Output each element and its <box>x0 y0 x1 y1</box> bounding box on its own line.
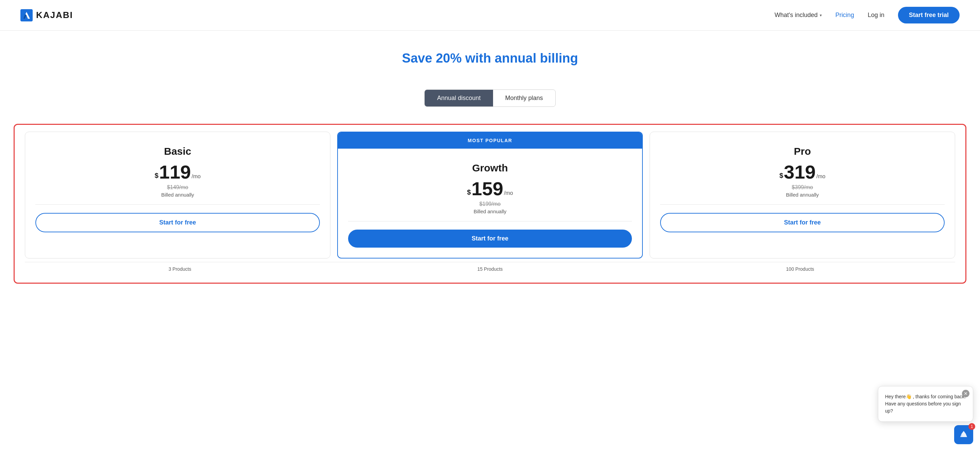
growth-billing: Billed annually <box>348 208 632 214</box>
plans-highlight-border: Basic $ 119 /mo $149/mo Billed annually … <box>14 124 966 284</box>
pro-billing: Billed annually <box>660 192 945 198</box>
popular-badge: MOST POPULAR <box>338 132 642 149</box>
basic-plan-name: Basic <box>35 146 320 157</box>
pro-footer: 100 Products <box>645 262 955 276</box>
pro-price-row: $ 319 /mo <box>660 163 945 182</box>
growth-divider <box>348 221 632 221</box>
basic-footer: 3 Products <box>25 262 335 276</box>
plans-section: Basic $ 119 /mo $149/mo Billed annually … <box>0 124 980 304</box>
billing-toggle: Annual discount Monthly plans <box>0 89 980 107</box>
kajabi-logo-icon <box>21 9 33 21</box>
basic-currency: $ <box>154 172 158 179</box>
growth-period: /mo <box>504 190 513 196</box>
basic-cta-button[interactable]: Start for free <box>35 213 320 232</box>
basic-period: /mo <box>192 173 201 179</box>
plans-footer-row: 3 Products 15 Products 100 Products <box>21 262 959 276</box>
basic-amount: 119 <box>159 163 191 182</box>
monthly-plans-tab[interactable]: Monthly plans <box>493 90 555 106</box>
pro-plan-name: Pro <box>660 146 945 157</box>
growth-amount: 159 <box>472 179 503 198</box>
hero-section: Save 20% with annual billing <box>0 30 980 79</box>
basic-billing: Billed annually <box>35 192 320 198</box>
basic-plan-card: Basic $ 119 /mo $149/mo Billed annually … <box>25 132 331 259</box>
pro-currency: $ <box>779 172 783 179</box>
whats-included-link[interactable]: What's included ▾ <box>775 11 822 19</box>
growth-price-row: $ 159 /mo <box>348 179 632 198</box>
pro-period: /mo <box>816 173 826 179</box>
login-link[interactable]: Log in <box>868 11 885 19</box>
growth-cta-button[interactable]: Start for free <box>348 230 632 248</box>
growth-currency: $ <box>467 189 471 196</box>
nav-links: What's included ▾ Pricing Log in Start f… <box>775 7 959 24</box>
growth-footer: 15 Products <box>335 262 645 276</box>
pro-plan-card: Pro $ 319 /mo $399/mo Billed annually St… <box>649 132 955 259</box>
start-free-trial-button[interactable]: Start free trial <box>898 7 959 24</box>
hero-title: Save 20% with annual billing <box>7 51 973 66</box>
growth-original-price: $199/mo <box>348 201 632 207</box>
plans-grid: Basic $ 119 /mo $149/mo Billed annually … <box>21 132 959 259</box>
growth-plan-body: Growth $ 159 /mo $199/mo Billed annually… <box>338 149 642 258</box>
logo[interactable]: KAJABI <box>21 9 73 21</box>
basic-plan-body: Basic $ 119 /mo $149/mo Billed annually … <box>25 132 330 243</box>
toggle-container: Annual discount Monthly plans <box>424 89 555 107</box>
pro-original-price: $399/mo <box>660 184 945 191</box>
growth-plan-name: Growth <box>348 162 632 174</box>
pro-cta-button[interactable]: Start for free <box>660 213 945 232</box>
chevron-down-icon: ▾ <box>820 13 822 18</box>
navigation: KAJABI What's included ▾ Pricing Log in … <box>0 0 980 30</box>
basic-price-row: $ 119 /mo <box>35 163 320 182</box>
pricing-link[interactable]: Pricing <box>835 11 854 19</box>
pro-plan-body: Pro $ 319 /mo $399/mo Billed annually St… <box>650 132 955 243</box>
logo-text: KAJABI <box>36 10 73 21</box>
pro-amount: 319 <box>784 163 816 182</box>
growth-plan-card: MOST POPULAR Growth $ 159 /mo $199/mo Bi… <box>337 132 643 259</box>
basic-original-price: $149/mo <box>35 184 320 191</box>
annual-discount-tab[interactable]: Annual discount <box>425 90 493 106</box>
